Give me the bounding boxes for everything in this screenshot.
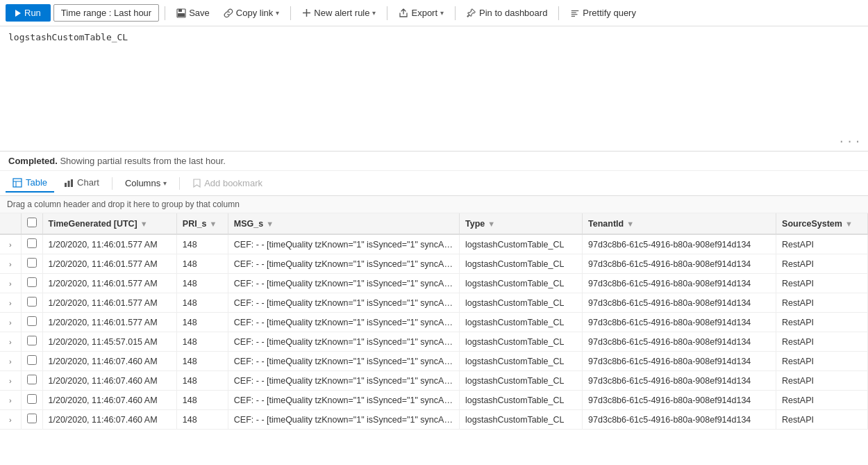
cell-sourcesystem: RestAPI — [776, 234, 868, 254]
th-msg-s-label: MSG_s — [234, 219, 263, 229]
expand-row-button[interactable]: › — [7, 357, 14, 366]
expand-row-button[interactable]: › — [7, 338, 14, 346]
svg-rect-13 — [68, 181, 70, 187]
resize-handle[interactable]: ··· — [838, 135, 862, 148]
th-pri-s[interactable]: PRI_s ▼ — [176, 213, 228, 234]
cell-sourcesystem: RestAPI — [776, 293, 868, 313]
tab-table-label: Table — [26, 177, 47, 188]
filter-type-icon[interactable]: ▼ — [487, 220, 495, 228]
th-time-generated-label: TimeGenerated [UTC] — [49, 219, 137, 229]
filter-source-system-icon[interactable]: ▼ — [845, 220, 853, 228]
run-button[interactable]: Run — [6, 4, 51, 22]
expand-row-button[interactable]: › — [7, 260, 14, 268]
cell-timegenerated: 1/20/2020, 11:46:07.460 AM — [42, 352, 176, 371]
cell-type: logstashCustomTable_CL — [460, 371, 583, 391]
th-type[interactable]: Type ▼ — [460, 213, 583, 234]
new-alert-rule-button[interactable]: New alert rule ▾ — [297, 5, 381, 21]
run-label: Run — [24, 8, 41, 18]
cell-pri-s: 148 — [176, 293, 228, 313]
cell-sourcesystem: RestAPI — [776, 352, 868, 371]
save-button[interactable]: Save — [171, 5, 215, 21]
cell-pri-s: 148 — [176, 352, 228, 371]
tab-table[interactable]: Table — [6, 174, 54, 193]
separator-5 — [558, 6, 559, 20]
save-label: Save — [189, 8, 210, 18]
play-icon — [15, 10, 21, 17]
tab-chart[interactable]: Chart — [57, 174, 106, 193]
row-checkbox[interactable] — [27, 258, 37, 268]
cell-msg-s: CEF: - - [timeQuality tzKnown="1" isSync… — [228, 371, 459, 391]
expand-row-button[interactable]: › — [7, 396, 14, 405]
th-msg-s[interactable]: MSG_s ▼ — [228, 213, 459, 234]
row-checkbox[interactable] — [27, 336, 37, 345]
view-tabs: Table Chart Columns ▾ Add bookmark — [0, 171, 868, 196]
cell-timegenerated: 1/20/2020, 11:45:57.015 AM — [42, 332, 176, 352]
expand-row-button[interactable]: › — [7, 299, 14, 307]
row-checkbox[interactable] — [27, 394, 37, 404]
cell-timegenerated: 1/20/2020, 11:46:01.577 AM — [42, 234, 176, 254]
table-header-row: TimeGenerated [UTC] ▼ PRI_s ▼ MSG_s ▼ — [0, 213, 868, 234]
link-icon — [224, 8, 233, 18]
status-completed: Completed. — [8, 156, 58, 166]
cell-pri-s: 148 — [176, 254, 228, 274]
cell-tenantid: 97d3c8b6-61c5-4916-b80a-908ef914d134 — [583, 352, 776, 371]
drag-hint: Drag a column header and drop it here to… — [0, 196, 868, 213]
query-editor[interactable]: logstashCustomTable_CL ··· — [0, 26, 868, 152]
export-label: Export — [411, 8, 437, 18]
table-row: ›1/20/2020, 11:46:07.460 AM148CEF: - - [… — [0, 371, 868, 391]
row-checkbox[interactable] — [27, 355, 37, 365]
cell-sourcesystem: RestAPI — [776, 274, 868, 293]
cell-msg-s: CEF: - - [timeQuality tzKnown="1" isSync… — [228, 274, 459, 293]
time-range-button[interactable]: Time range : Last hour — [53, 4, 159, 22]
row-checkbox[interactable] — [27, 297, 37, 307]
expand-row-button[interactable]: › — [7, 240, 14, 249]
row-checkbox[interactable] — [27, 238, 37, 248]
results-table-wrapper[interactable]: TimeGenerated [UTC] ▼ PRI_s ▼ MSG_s ▼ — [0, 213, 868, 430]
table-row: ›1/20/2020, 11:46:01.577 AM148CEF: - - [… — [0, 293, 868, 313]
filter-time-generated-icon[interactable]: ▼ — [140, 220, 148, 228]
add-bookmark-button[interactable]: Add bookmark — [185, 174, 269, 192]
svg-rect-1 — [178, 9, 182, 12]
th-tenant-id[interactable]: TenantId ▼ — [583, 213, 776, 234]
tab-separator — [112, 177, 112, 190]
expand-row-button[interactable]: › — [7, 416, 14, 424]
cell-msg-s: CEF: - - [timeQuality tzKnown="1" isSync… — [228, 234, 459, 254]
chart-icon — [64, 178, 74, 188]
expand-row-button[interactable]: › — [7, 318, 14, 327]
columns-button[interactable]: Columns ▾ — [118, 174, 174, 192]
separator-1 — [165, 6, 165, 20]
filter-tenant-id-icon[interactable]: ▼ — [626, 220, 634, 228]
table-row: ›1/20/2020, 11:46:01.577 AM148CEF: - - [… — [0, 234, 868, 254]
row-checkbox[interactable] — [27, 414, 37, 423]
th-time-generated[interactable]: TimeGenerated [UTC] ▼ — [42, 213, 176, 234]
cell-tenantid: 97d3c8b6-61c5-4916-b80a-908ef914d134 — [583, 313, 776, 332]
th-expand — [0, 213, 21, 234]
cell-msg-s: CEF: - - [timeQuality tzKnown="1" isSync… — [228, 254, 459, 274]
table-body: ›1/20/2020, 11:46:01.577 AM148CEF: - - [… — [0, 234, 868, 430]
select-all-checkbox[interactable] — [27, 218, 37, 227]
query-text: logstashCustomTable_CL — [8, 32, 128, 42]
table-row: ›1/20/2020, 11:45:57.015 AM148CEF: - - [… — [0, 332, 868, 352]
th-source-system[interactable]: SourceSystem ▼ — [776, 213, 868, 234]
cell-pri-s: 148 — [176, 234, 228, 254]
prettify-query-button[interactable]: Prettify query — [565, 5, 642, 21]
expand-row-button[interactable]: › — [7, 377, 14, 385]
row-checkbox[interactable] — [27, 277, 37, 287]
separator-2 — [290, 6, 291, 20]
export-button[interactable]: Export ▾ — [393, 5, 449, 21]
filter-pri-s-icon[interactable]: ▼ — [210, 220, 217, 228]
filter-msg-s-icon[interactable]: ▼ — [266, 220, 274, 228]
cell-pri-s: 148 — [176, 371, 228, 391]
copy-link-button[interactable]: Copy link ▾ — [218, 5, 285, 21]
cell-type: logstashCustomTable_CL — [460, 254, 583, 274]
drag-hint-text: Drag a column header and drop it here to… — [7, 199, 240, 209]
pin-to-dashboard-button[interactable]: Pin to dashboard — [461, 5, 553, 21]
cell-sourcesystem: RestAPI — [776, 313, 868, 332]
cell-sourcesystem: RestAPI — [776, 254, 868, 274]
cell-sourcesystem: RestAPI — [776, 332, 868, 352]
cell-msg-s: CEF: - - [timeQuality tzKnown="1" isSync… — [228, 332, 459, 352]
row-checkbox[interactable] — [27, 375, 37, 384]
row-checkbox[interactable] — [27, 316, 37, 326]
cell-timegenerated: 1/20/2020, 11:46:01.577 AM — [42, 254, 176, 274]
expand-row-button[interactable]: › — [7, 279, 14, 288]
